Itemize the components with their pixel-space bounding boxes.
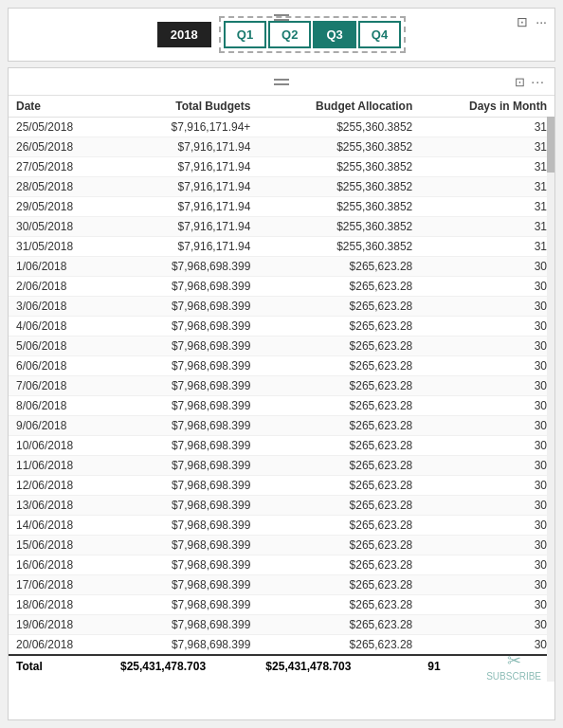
cell-budget-allocation: $255,360.3852 <box>258 197 420 217</box>
cell-budget-allocation: $255,360.3852 <box>258 157 420 177</box>
cell-date: 8/06/2018 <box>9 396 113 416</box>
cell-days: 30 <box>420 416 554 436</box>
cell-date: 16/06/2018 <box>9 555 113 575</box>
cell-days: 30 <box>420 555 554 575</box>
cell-total-budgets: $7,968,698.399 <box>113 456 258 476</box>
expand-icon[interactable]: ⊡ <box>517 14 528 29</box>
table-row: 4/06/2018 $7,968,698.399 $265,623.28 30 <box>9 317 554 337</box>
quarters-group: Q1 Q2 Q3 Q4 <box>219 16 406 53</box>
cell-date: 11/06/2018 <box>9 456 113 476</box>
cell-budget-allocation: $255,360.3852 <box>258 237 420 257</box>
table-row: 14/06/2018 $7,968,698.399 $265,623.28 30 <box>9 516 554 536</box>
q4-button[interactable]: Q4 <box>358 21 401 48</box>
cell-budget-allocation: $265,623.28 <box>258 277 420 297</box>
cell-date: 6/06/2018 <box>9 356 113 376</box>
table-wrapper[interactable]: Date Total Budgets Budget Allocation Day… <box>9 96 554 719</box>
table-row: 6/06/2018 $7,968,698.399 $265,623.28 30 <box>9 356 554 376</box>
cell-total-budgets: $7,968,698.399 <box>113 277 258 297</box>
cell-days: 30 <box>420 536 554 555</box>
col-total-budgets: Total Budgets <box>113 96 258 118</box>
cell-date: 9/06/2018 <box>9 416 113 436</box>
cell-days: 30 <box>420 575 554 595</box>
cell-budget-allocation: $265,623.28 <box>258 257 420 277</box>
cell-total-budgets: $7,916,171.94+ <box>113 118 258 137</box>
cell-days: 30 <box>420 496 554 516</box>
total-budgets: $25,431,478.703 <box>113 655 258 677</box>
col-budget-allocation: Budget Allocation <box>258 96 420 118</box>
table-row: 19/06/2018 $7,968,698.399 $265,623.28 30 <box>9 615 554 635</box>
q3-button[interactable]: Q3 <box>313 21 355 48</box>
cell-total-budgets: $7,916,171.94 <box>113 177 258 197</box>
scrollbar-thumb[interactable] <box>547 116 554 173</box>
cell-days: 30 <box>420 595 554 615</box>
panel-toolbar: ⊡ ··· <box>9 68 554 96</box>
cell-days: 30 <box>420 297 554 317</box>
cell-date: 31/05/2018 <box>9 237 113 257</box>
cell-days: 31 <box>420 237 554 257</box>
cell-total-budgets: $7,968,698.399 <box>113 476 258 496</box>
drag-handle <box>274 14 289 21</box>
cell-date: 20/06/2018 <box>9 635 113 656</box>
cell-budget-allocation: $265,623.28 <box>258 376 420 396</box>
cell-budget-allocation: $265,623.28 <box>258 476 420 496</box>
table-row: 5/06/2018 $7,968,698.399 $265,623.28 30 <box>9 337 554 356</box>
total-allocation: $25,431,478.703 <box>258 655 420 677</box>
table-row: 25/05/2018 $7,916,171.94+ $255,360.3852 … <box>9 118 554 137</box>
cell-date: 18/06/2018 <box>9 595 113 615</box>
more-icon[interactable]: ··· <box>536 14 547 29</box>
scrollbar[interactable] <box>547 106 554 682</box>
cell-budget-allocation: $255,360.3852 <box>258 137 420 157</box>
cell-total-budgets: $7,968,698.399 <box>113 536 258 555</box>
cell-total-budgets: $7,968,698.399 <box>113 575 258 595</box>
cell-total-budgets: $7,916,171.94 <box>113 217 258 237</box>
cell-days: 30 <box>420 615 554 635</box>
filter-panel: ⊡ ··· 2018 Q1 Q2 Q3 Q4 <box>8 8 555 62</box>
year-button[interactable]: 2018 <box>157 22 211 47</box>
cell-total-budgets: $7,916,171.94 <box>113 137 258 157</box>
cell-days: 30 <box>420 337 554 356</box>
cell-days: 31 <box>420 137 554 157</box>
cell-days: 31 <box>420 177 554 197</box>
cell-date: 19/06/2018 <box>9 615 113 635</box>
cell-total-budgets: $7,968,698.399 <box>113 257 258 277</box>
cell-date: 17/06/2018 <box>9 575 113 595</box>
cell-budget-allocation: $265,623.28 <box>258 595 420 615</box>
table-row: 27/05/2018 $7,916,171.94 $255,360.3852 3… <box>9 157 554 177</box>
total-label: Total <box>9 655 113 677</box>
cell-date: 12/06/2018 <box>9 476 113 496</box>
table-row: 7/06/2018 $7,968,698.399 $265,623.28 30 <box>9 376 554 396</box>
q2-button[interactable]: Q2 <box>268 21 311 48</box>
cell-budget-allocation: $265,623.28 <box>258 317 420 337</box>
cell-total-budgets: $7,968,698.399 <box>113 496 258 516</box>
cell-budget-allocation: $255,360.3852 <box>258 118 420 137</box>
cell-total-budgets: $7,968,698.399 <box>113 635 258 656</box>
cell-days: 30 <box>420 317 554 337</box>
table-row: 10/06/2018 $7,968,698.399 $265,623.28 30 <box>9 436 554 456</box>
cell-total-budgets: $7,916,171.94 <box>113 197 258 217</box>
table-expand-icon[interactable]: ⊡ <box>515 75 525 89</box>
cell-days: 30 <box>420 356 554 376</box>
cell-date: 5/06/2018 <box>9 337 113 356</box>
cell-total-budgets: $7,968,698.399 <box>113 317 258 337</box>
table-row: 31/05/2018 $7,916,171.94 $255,360.3852 3… <box>9 237 554 257</box>
q1-button[interactable]: Q1 <box>224 21 266 48</box>
cell-total-budgets: $7,968,698.399 <box>113 595 258 615</box>
subscribe-icon: ✂ <box>507 650 521 671</box>
cell-date: 14/06/2018 <box>9 516 113 536</box>
cell-budget-allocation: $265,623.28 <box>258 615 420 635</box>
cell-days: 31 <box>420 157 554 177</box>
cell-budget-allocation: $265,623.28 <box>258 396 420 416</box>
cell-total-budgets: $7,916,171.94 <box>113 157 258 177</box>
cell-total-budgets: $7,968,698.399 <box>113 376 258 396</box>
cell-budget-allocation: $265,623.28 <box>258 436 420 456</box>
table-row: 16/06/2018 $7,968,698.399 $265,623.28 30 <box>9 555 554 575</box>
cell-date: 3/06/2018 <box>9 297 113 317</box>
cell-total-budgets: $7,968,698.399 <box>113 396 258 416</box>
cell-days: 31 <box>420 217 554 237</box>
cell-date: 27/05/2018 <box>9 157 113 177</box>
cell-days: 31 <box>420 197 554 217</box>
table-more-icon[interactable]: ··· <box>531 74 545 89</box>
table-row: 3/06/2018 $7,968,698.399 $265,623.28 30 <box>9 297 554 317</box>
table-row: 17/06/2018 $7,968,698.399 $265,623.28 30 <box>9 575 554 595</box>
cell-total-budgets: $7,968,698.399 <box>113 356 258 376</box>
